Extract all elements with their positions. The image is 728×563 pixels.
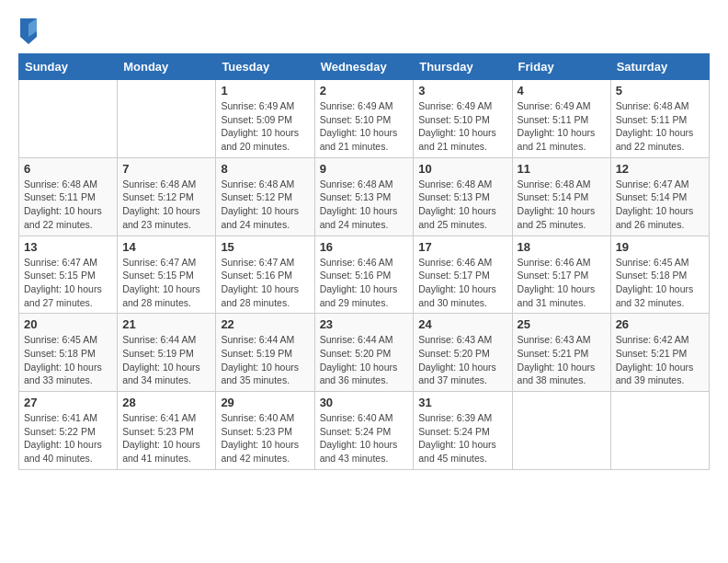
- day-number: 29: [221, 396, 309, 409]
- weekday-header: Thursday: [414, 54, 512, 80]
- calendar-cell: 15Sunrise: 6:47 AM Sunset: 5:16 PM Dayli…: [216, 236, 314, 314]
- calendar-week-row: 6Sunrise: 6:48 AM Sunset: 5:11 PM Daylig…: [19, 157, 710, 236]
- day-info: Sunrise: 6:48 AM Sunset: 5:12 PM Dayligh…: [221, 178, 309, 232]
- logo-icon: [20, 18, 37, 44]
- day-info: Sunrise: 6:48 AM Sunset: 5:13 PM Dayligh…: [418, 178, 506, 232]
- weekday-header: Monday: [118, 54, 216, 80]
- day-number: 18: [518, 240, 606, 254]
- day-info: Sunrise: 6:48 AM Sunset: 5:11 PM Dayligh…: [24, 178, 112, 232]
- day-info: Sunrise: 6:46 AM Sunset: 5:17 PM Dayligh…: [518, 256, 606, 310]
- day-number: 8: [221, 162, 309, 176]
- day-info: Sunrise: 6:48 AM Sunset: 5:12 PM Dayligh…: [122, 178, 210, 232]
- day-info: Sunrise: 6:48 AM Sunset: 5:13 PM Dayligh…: [320, 178, 409, 232]
- weekday-header: Friday: [512, 54, 610, 80]
- day-number: 16: [320, 240, 409, 254]
- day-info: Sunrise: 6:44 AM Sunset: 5:20 PM Dayligh…: [320, 333, 409, 387]
- day-number: 12: [616, 162, 704, 176]
- calendar-table: SundayMondayTuesdayWednesdayThursdayFrid…: [18, 53, 710, 470]
- day-number: 22: [221, 317, 309, 331]
- calendar-week-row: 20Sunrise: 6:45 AM Sunset: 5:18 PM Dayli…: [19, 314, 710, 392]
- day-number: 19: [616, 240, 704, 254]
- calendar-cell: 24Sunrise: 6:43 AM Sunset: 5:20 PM Dayli…: [414, 314, 512, 392]
- day-number: 24: [418, 317, 506, 331]
- day-number: 6: [24, 162, 112, 176]
- calendar-cell: [118, 80, 216, 158]
- day-info: Sunrise: 6:48 AM Sunset: 5:14 PM Dayligh…: [518, 178, 606, 232]
- calendar-cell: 5Sunrise: 6:48 AM Sunset: 5:11 PM Daylig…: [610, 80, 709, 158]
- day-number: 17: [418, 240, 506, 254]
- calendar-cell: 6Sunrise: 6:48 AM Sunset: 5:11 PM Daylig…: [19, 157, 118, 236]
- calendar-cell: 8Sunrise: 6:48 AM Sunset: 5:12 PM Daylig…: [216, 157, 314, 236]
- day-info: Sunrise: 6:40 AM Sunset: 5:23 PM Dayligh…: [221, 411, 309, 465]
- calendar-cell: 4Sunrise: 6:49 AM Sunset: 5:11 PM Daylig…: [512, 80, 610, 158]
- calendar-week-row: 27Sunrise: 6:41 AM Sunset: 5:22 PM Dayli…: [19, 392, 710, 470]
- day-number: 21: [122, 317, 210, 331]
- weekday-header: Sunday: [19, 54, 118, 80]
- weekday-header: Tuesday: [216, 54, 314, 80]
- calendar-cell: 19Sunrise: 6:45 AM Sunset: 5:18 PM Dayli…: [610, 236, 709, 314]
- day-info: Sunrise: 6:47 AM Sunset: 5:15 PM Dayligh…: [122, 256, 210, 310]
- day-info: Sunrise: 6:44 AM Sunset: 5:19 PM Dayligh…: [122, 333, 210, 387]
- calendar-cell: 11Sunrise: 6:48 AM Sunset: 5:14 PM Dayli…: [512, 157, 610, 236]
- day-info: Sunrise: 6:41 AM Sunset: 5:23 PM Dayligh…: [122, 411, 210, 465]
- day-info: Sunrise: 6:49 AM Sunset: 5:10 PM Dayligh…: [418, 99, 506, 154]
- day-info: Sunrise: 6:43 AM Sunset: 5:21 PM Dayligh…: [518, 333, 606, 387]
- day-info: Sunrise: 6:42 AM Sunset: 5:21 PM Dayligh…: [616, 333, 704, 387]
- calendar-cell: 9Sunrise: 6:48 AM Sunset: 5:13 PM Daylig…: [314, 157, 414, 236]
- calendar-cell: 18Sunrise: 6:46 AM Sunset: 5:17 PM Dayli…: [512, 236, 610, 314]
- logo-text: [18, 18, 37, 44]
- page-header: [18, 18, 710, 44]
- day-number: 14: [122, 240, 210, 254]
- day-info: Sunrise: 6:43 AM Sunset: 5:20 PM Dayligh…: [418, 333, 506, 387]
- day-number: 3: [418, 84, 506, 98]
- day-info: Sunrise: 6:46 AM Sunset: 5:17 PM Dayligh…: [418, 256, 506, 310]
- calendar-cell: 12Sunrise: 6:47 AM Sunset: 5:14 PM Dayli…: [610, 157, 709, 236]
- day-number: 11: [518, 162, 606, 176]
- calendar-cell: 10Sunrise: 6:48 AM Sunset: 5:13 PM Dayli…: [414, 157, 512, 236]
- calendar-cell: 29Sunrise: 6:40 AM Sunset: 5:23 PM Dayli…: [216, 392, 314, 470]
- logo: [18, 18, 37, 44]
- calendar-cell: 20Sunrise: 6:45 AM Sunset: 5:18 PM Dayli…: [19, 314, 118, 392]
- day-info: Sunrise: 6:49 AM Sunset: 5:10 PM Dayligh…: [320, 99, 409, 154]
- calendar-cell: 17Sunrise: 6:46 AM Sunset: 5:17 PM Dayli…: [414, 236, 512, 314]
- calendar-cell: 16Sunrise: 6:46 AM Sunset: 5:16 PM Dayli…: [314, 236, 414, 314]
- calendar-cell: [512, 392, 610, 470]
- calendar-cell: 14Sunrise: 6:47 AM Sunset: 5:15 PM Dayli…: [118, 236, 216, 314]
- day-number: 1: [221, 84, 309, 98]
- day-number: 26: [616, 317, 704, 331]
- day-info: Sunrise: 6:49 AM Sunset: 5:09 PM Dayligh…: [221, 99, 309, 154]
- day-info: Sunrise: 6:39 AM Sunset: 5:24 PM Dayligh…: [418, 411, 506, 465]
- calendar-header-row: SundayMondayTuesdayWednesdayThursdayFrid…: [19, 54, 710, 80]
- day-info: Sunrise: 6:47 AM Sunset: 5:14 PM Dayligh…: [616, 178, 704, 232]
- calendar-cell: [19, 80, 118, 158]
- calendar-cell: 23Sunrise: 6:44 AM Sunset: 5:20 PM Dayli…: [314, 314, 414, 392]
- day-number: 5: [616, 84, 704, 98]
- day-number: 23: [320, 317, 409, 331]
- calendar-cell: 1Sunrise: 6:49 AM Sunset: 5:09 PM Daylig…: [216, 80, 314, 158]
- day-info: Sunrise: 6:47 AM Sunset: 5:15 PM Dayligh…: [24, 256, 112, 310]
- calendar-cell: 7Sunrise: 6:48 AM Sunset: 5:12 PM Daylig…: [118, 157, 216, 236]
- calendar-cell: 26Sunrise: 6:42 AM Sunset: 5:21 PM Dayli…: [610, 314, 709, 392]
- calendar-cell: 3Sunrise: 6:49 AM Sunset: 5:10 PM Daylig…: [414, 80, 512, 158]
- day-number: 15: [221, 240, 309, 254]
- calendar-cell: [610, 392, 709, 470]
- calendar-week-row: 13Sunrise: 6:47 AM Sunset: 5:15 PM Dayli…: [19, 236, 710, 314]
- day-info: Sunrise: 6:49 AM Sunset: 5:11 PM Dayligh…: [518, 99, 606, 154]
- day-info: Sunrise: 6:40 AM Sunset: 5:24 PM Dayligh…: [320, 411, 409, 465]
- calendar-cell: 13Sunrise: 6:47 AM Sunset: 5:15 PM Dayli…: [19, 236, 118, 314]
- calendar-week-row: 1Sunrise: 6:49 AM Sunset: 5:09 PM Daylig…: [19, 80, 710, 158]
- day-info: Sunrise: 6:45 AM Sunset: 5:18 PM Dayligh…: [24, 333, 112, 387]
- day-number: 25: [518, 317, 606, 331]
- calendar-cell: 25Sunrise: 6:43 AM Sunset: 5:21 PM Dayli…: [512, 314, 610, 392]
- calendar-cell: 21Sunrise: 6:44 AM Sunset: 5:19 PM Dayli…: [118, 314, 216, 392]
- day-info: Sunrise: 6:44 AM Sunset: 5:19 PM Dayligh…: [221, 333, 309, 387]
- day-info: Sunrise: 6:41 AM Sunset: 5:22 PM Dayligh…: [24, 411, 112, 465]
- weekday-header: Wednesday: [314, 54, 414, 80]
- day-number: 27: [24, 396, 112, 409]
- calendar-cell: 27Sunrise: 6:41 AM Sunset: 5:22 PM Dayli…: [19, 392, 118, 470]
- calendar-cell: 2Sunrise: 6:49 AM Sunset: 5:10 PM Daylig…: [314, 80, 414, 158]
- day-number: 31: [418, 396, 506, 409]
- day-info: Sunrise: 6:48 AM Sunset: 5:11 PM Dayligh…: [616, 99, 704, 154]
- day-number: 10: [418, 162, 506, 176]
- calendar-cell: 31Sunrise: 6:39 AM Sunset: 5:24 PM Dayli…: [414, 392, 512, 470]
